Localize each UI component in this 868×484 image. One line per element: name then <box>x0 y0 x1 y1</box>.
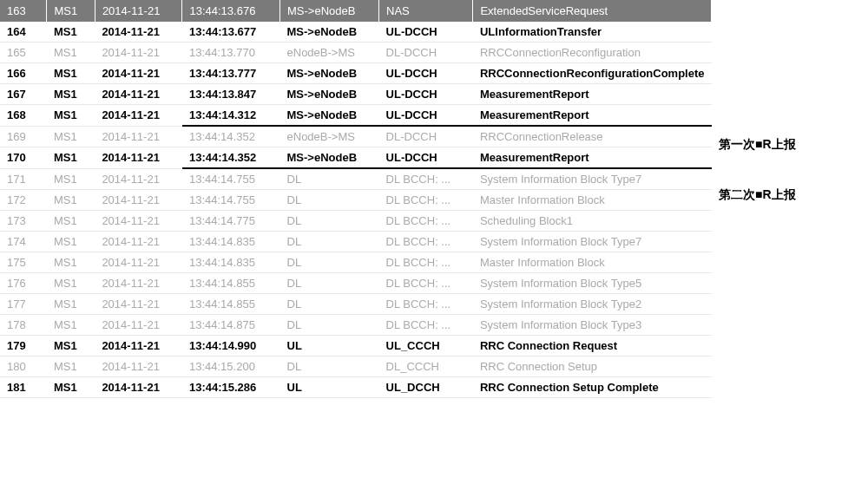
cell-message: System Information Block Type2 <box>473 294 712 315</box>
cell-idx: 164 <box>0 22 47 43</box>
cell-idx: 168 <box>0 105 47 127</box>
cell-message: System Information Block Type7 <box>473 168 712 190</box>
cell-direction: MS->eNodeB <box>280 105 379 127</box>
cell-direction: MS->eNodeB <box>280 22 379 43</box>
cell-channel: DL BCCH: ... <box>379 252 473 273</box>
table-row[interactable]: 172MS12014-11-2113:44:14.755DLDL BCCH: .… <box>0 190 712 211</box>
table-row[interactable]: 174MS12014-11-2113:44:14.835DLDL BCCH: .… <box>0 232 712 252</box>
cell-time: 13:44:14.835 <box>182 232 280 252</box>
cell-time: 13:44:14.312 <box>182 105 280 127</box>
cell-ms: MS1 <box>47 377 95 398</box>
cell-date: 2014-11-21 <box>95 336 182 356</box>
cell-idx: 175 <box>0 252 47 273</box>
table-row[interactable]: 164MS12014-11-2113:44:13.677MS->eNodeBUL… <box>0 22 712 43</box>
cell-ms: MS1 <box>47 190 95 211</box>
header-ms[interactable]: MS1 <box>47 0 95 22</box>
table-row[interactable]: 171MS12014-11-2113:44:14.755DLDL BCCH: .… <box>0 168 712 190</box>
table-row[interactable]: 165MS12014-11-2113:44:13.770eNodeB->MSDL… <box>0 43 712 63</box>
cell-message: RRCConnectionReconfiguration <box>473 43 712 63</box>
header-date[interactable]: 2014-11-21 <box>95 0 182 22</box>
cell-date: 2014-11-21 <box>95 147 182 169</box>
cell-direction: UL <box>280 336 379 356</box>
cell-time: 13:44:14.875 <box>182 315 280 336</box>
cell-time: 13:44:14.855 <box>182 294 280 315</box>
cell-ms: MS1 <box>47 252 95 273</box>
header-channel[interactable]: NAS <box>379 0 473 22</box>
cell-direction: DL <box>280 294 379 315</box>
table-row[interactable]: 176MS12014-11-2113:44:14.855DLDL BCCH: .… <box>0 273 712 294</box>
cell-time: 13:44:13.777 <box>182 63 280 84</box>
cell-date: 2014-11-21 <box>95 273 182 294</box>
cell-direction: DL <box>280 211 379 232</box>
cell-ms: MS1 <box>47 356 95 377</box>
cell-direction: DL <box>280 273 379 294</box>
header-idx[interactable]: 163 <box>0 0 47 22</box>
cell-ms: MS1 <box>47 43 95 63</box>
table-row[interactable]: 177MS12014-11-2113:44:14.855DLDL BCCH: .… <box>0 294 712 315</box>
cell-ms: MS1 <box>47 273 95 294</box>
cell-channel: DL-DCCH <box>379 126 473 147</box>
header-message[interactable]: ExtendedServiceRequest <box>473 0 712 22</box>
header-time[interactable]: 13:44:13.676 <box>182 0 280 22</box>
table-row[interactable]: 170MS12014-11-2113:44:14.352MS->eNodeBUL… <box>0 147 712 169</box>
cell-ms: MS1 <box>47 126 95 147</box>
table-row[interactable]: 167MS12014-11-2113:44:13.847MS->eNodeBUL… <box>0 84 712 105</box>
cell-direction: eNodeB->MS <box>280 126 379 147</box>
cell-channel: UL-DCCH <box>379 105 473 127</box>
cell-channel: DL-DCCH <box>379 43 473 63</box>
cell-date: 2014-11-21 <box>95 43 182 63</box>
cell-date: 2014-11-21 <box>95 211 182 232</box>
cell-date: 2014-11-21 <box>95 22 182 43</box>
cell-channel: UL_CCCH <box>379 336 473 356</box>
cell-message: RRCConnectionRelease <box>473 126 712 147</box>
table-row[interactable]: 175MS12014-11-2113:44:14.835DLDL BCCH: .… <box>0 252 712 273</box>
table-row[interactable]: 166MS12014-11-2113:44:13.777MS->eNodeBUL… <box>0 63 712 84</box>
cell-date: 2014-11-21 <box>95 105 182 127</box>
table-row[interactable]: 168MS12014-11-2113:44:14.312MS->eNodeBUL… <box>0 105 712 127</box>
table-row[interactable]: 181MS12014-11-2113:44:15.286ULUL_DCCHRRC… <box>0 377 712 398</box>
cell-direction: eNodeB->MS <box>280 43 379 63</box>
cell-ms: MS1 <box>47 336 95 356</box>
table-row[interactable]: 180MS12014-11-2113:44:15.200DLDL_CCCHRRC… <box>0 356 712 377</box>
cell-idx: 174 <box>0 232 47 252</box>
cell-message: RRC Connection Setup <box>473 356 712 377</box>
cell-channel: UL-DCCH <box>379 147 473 169</box>
cell-idx: 170 <box>0 147 47 169</box>
table-row[interactable]: 179MS12014-11-2113:44:14.990ULUL_CCCHRRC… <box>0 336 712 356</box>
cell-time: 13:44:13.770 <box>182 43 280 63</box>
cell-message: RRC Connection Request <box>473 336 712 356</box>
table-row[interactable]: 169MS12014-11-2113:44:14.352eNodeB->MSDL… <box>0 126 712 147</box>
cell-channel: DL BCCH: ... <box>379 273 473 294</box>
cell-message: System Information Block Type7 <box>473 232 712 252</box>
cell-ms: MS1 <box>47 315 95 336</box>
cell-channel: DL BCCH: ... <box>379 168 473 190</box>
cell-idx: 178 <box>0 315 47 336</box>
cell-channel: DL BCCH: ... <box>379 190 473 211</box>
cell-time: 13:44:14.855 <box>182 273 280 294</box>
cell-message: MeasurementReport <box>473 105 712 127</box>
cell-ms: MS1 <box>47 294 95 315</box>
cell-message: System Information Block Type5 <box>473 273 712 294</box>
cell-direction: DL <box>280 252 379 273</box>
cell-direction: MS->eNodeB <box>280 147 379 169</box>
cell-time: 13:44:14.990 <box>182 336 280 356</box>
cell-direction: UL <box>280 377 379 398</box>
header-direction[interactable]: MS->eNodeB <box>280 0 379 22</box>
table-row[interactable]: 173MS12014-11-2113:44:14.775DLDL BCCH: .… <box>0 211 712 232</box>
cell-message: MeasurementReport <box>473 84 712 105</box>
cell-direction: DL <box>280 356 379 377</box>
cell-direction: DL <box>280 232 379 252</box>
cell-time: 13:44:14.835 <box>182 252 280 273</box>
cell-message: Master Information Block <box>473 190 712 211</box>
cell-ms: MS1 <box>47 232 95 252</box>
cell-ms: MS1 <box>47 147 95 169</box>
cell-time: 13:44:14.775 <box>182 211 280 232</box>
cell-ms: MS1 <box>47 168 95 190</box>
cell-date: 2014-11-21 <box>95 252 182 273</box>
table-row[interactable]: 178MS12014-11-2113:44:14.875DLDL BCCH: .… <box>0 315 712 336</box>
table-header-row[interactable]: 163 MS1 2014-11-21 13:44:13.676 MS->eNod… <box>0 0 712 22</box>
cell-direction: DL <box>280 315 379 336</box>
cell-idx: 171 <box>0 168 47 190</box>
cell-ms: MS1 <box>47 211 95 232</box>
cell-ms: MS1 <box>47 22 95 43</box>
